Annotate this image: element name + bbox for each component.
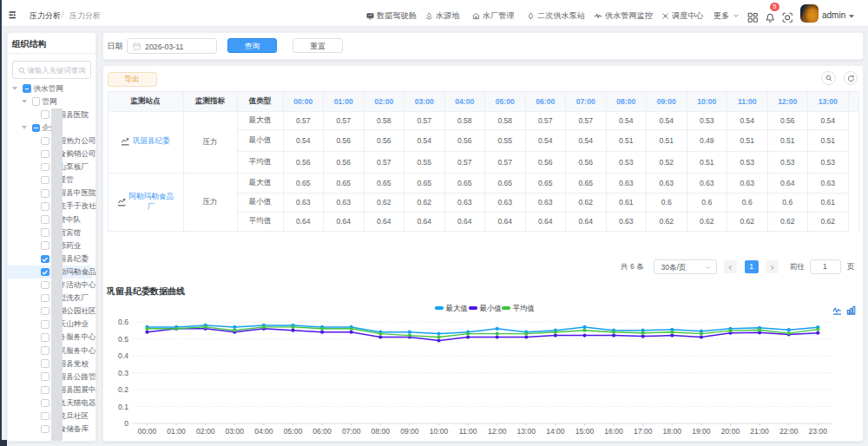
svg-text:03:00: 03:00	[226, 427, 245, 436]
svg-text:17:00: 17:00	[634, 427, 653, 436]
svg-text:0.3: 0.3	[118, 369, 128, 377]
svg-text:18:00: 18:00	[663, 427, 682, 436]
svg-text:16:00: 16:00	[604, 427, 623, 436]
svg-text:11:00: 11:00	[459, 427, 477, 436]
svg-text:21:00: 21:00	[750, 427, 769, 436]
svg-text:22:00: 22:00	[779, 427, 799, 436]
svg-text:0.1: 0.1	[118, 403, 128, 411]
svg-text:12:00: 12:00	[488, 427, 507, 436]
svg-text:13:00: 13:00	[517, 427, 536, 436]
svg-text:00:00: 00:00	[138, 427, 157, 436]
svg-text:0.5: 0.5	[118, 335, 128, 344]
svg-text:08:00: 08:00	[372, 427, 391, 436]
svg-text:0.2: 0.2	[118, 385, 128, 394]
svg-text:02:00: 02:00	[196, 427, 215, 436]
svg-text:20:00: 20:00	[721, 427, 740, 436]
svg-text:07:00: 07:00	[342, 427, 361, 436]
svg-text:0: 0	[124, 419, 128, 428]
svg-text:09:00: 09:00	[400, 427, 419, 436]
svg-text:14:00: 14:00	[546, 427, 565, 436]
svg-text:06:00: 06:00	[312, 427, 332, 436]
svg-text:23:00: 23:00	[809, 427, 828, 436]
svg-text:01:00: 01:00	[167, 427, 186, 436]
svg-text:05:00: 05:00	[284, 427, 303, 436]
svg-text:0.4: 0.4	[118, 351, 128, 360]
svg-text:0.6: 0.6	[118, 318, 128, 326]
svg-text:19:00: 19:00	[692, 427, 711, 436]
svg-text:10:00: 10:00	[430, 427, 449, 436]
svg-text:15:00: 15:00	[575, 427, 595, 436]
svg-text:04:00: 04:00	[254, 427, 273, 436]
